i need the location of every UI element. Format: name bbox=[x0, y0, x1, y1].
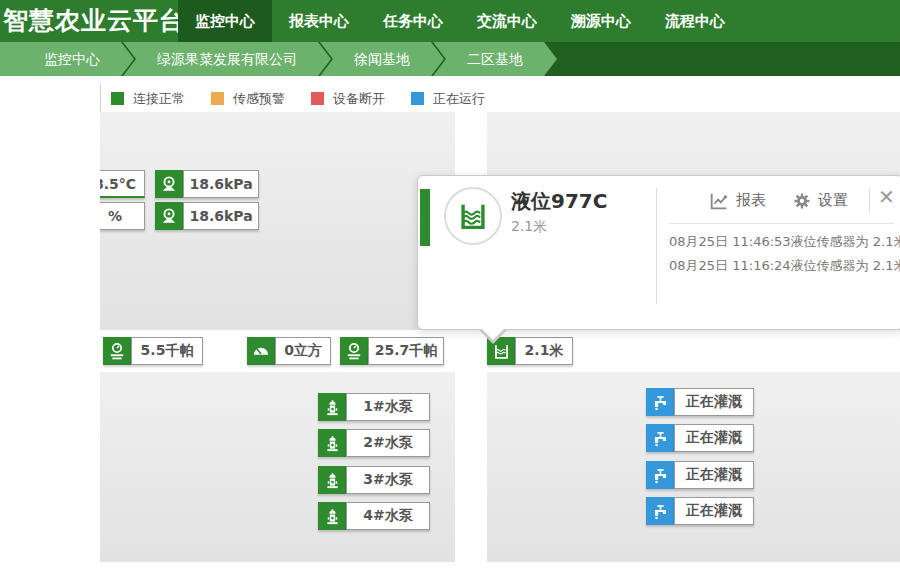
humidity-value: % bbox=[100, 202, 145, 230]
gear-icon[interactable] bbox=[792, 191, 812, 211]
faucet-icon bbox=[646, 424, 674, 452]
app-logo: 智慧农业云平台 bbox=[3, 0, 185, 42]
water-level-value: 2.1米 bbox=[515, 337, 573, 365]
popup-device-value: 2.1米 bbox=[511, 218, 547, 236]
sensor-detail-popup: 液位977C 2.1米 报表 设置 ✕ 08月25日 11:46:53液位传感器… bbox=[417, 175, 900, 330]
pipe-pressure-value-2: 25.7千帕 bbox=[368, 337, 444, 365]
pump-label: 1#水泵 bbox=[346, 393, 430, 421]
nav-item-monitor-center[interactable]: 监控中心 bbox=[178, 0, 272, 42]
legend-running: 正在运行 bbox=[411, 90, 485, 108]
irrigation-label: 正在灌溉 bbox=[674, 424, 754, 452]
faucet-icon bbox=[646, 497, 674, 525]
legend-disconnected-swatch bbox=[311, 92, 324, 105]
faucet-icon bbox=[646, 388, 674, 416]
faucet-icon bbox=[646, 461, 674, 489]
breadcrumb-monitor-center[interactable]: 监控中心 bbox=[0, 42, 134, 76]
close-icon[interactable]: ✕ bbox=[878, 185, 895, 209]
smart-agriculture-dashboard: 智慧农业云平台 监控中心 报表中心 任务中心 交流中心 溯源中心 流程中心 监控… bbox=[0, 0, 900, 569]
nav-item-task-center[interactable]: 任务中心 bbox=[366, 0, 460, 42]
pump-button-3[interactable]: 3#水泵 bbox=[318, 466, 430, 494]
greenhouse-panel-top-left: 8.5°C % 18.6kPa 18.6kPa bbox=[100, 112, 455, 330]
gauge-icon bbox=[340, 337, 368, 365]
pump-icon bbox=[318, 502, 346, 530]
pump-icon bbox=[318, 393, 346, 421]
sensor-log-line: 08月25日 11:46:53液位传感器为 2.1米 bbox=[669, 233, 900, 251]
pump-icon bbox=[318, 429, 346, 457]
pump-button-1[interactable]: 1#水泵 bbox=[318, 393, 430, 421]
popup-rule bbox=[669, 223, 894, 224]
sensor-icon bbox=[155, 202, 183, 230]
irrigation-label: 正在灌溉 bbox=[674, 497, 754, 525]
flow-meter-value: 0立方 bbox=[275, 337, 331, 365]
status-legend: 连接正常 传感预警 设备断开 正在运行 bbox=[100, 85, 890, 112]
popup-divider bbox=[656, 188, 657, 304]
nav-item-traceability-center[interactable]: 溯源中心 bbox=[554, 0, 648, 42]
irrigation-status-button-2[interactable]: 正在灌溉 bbox=[646, 424, 754, 452]
breadcrumb-company[interactable]: 绿源果菜发展有限公司 bbox=[123, 42, 331, 76]
legend-disconnected-label: 设备断开 bbox=[333, 90, 385, 108]
breadcrumb-base[interactable]: 徐闻基地 bbox=[320, 42, 444, 76]
pump-label: 2#水泵 bbox=[346, 429, 430, 457]
nav-item-communication-center[interactable]: 交流中心 bbox=[460, 0, 554, 42]
gauge-icon bbox=[103, 337, 131, 365]
pipe-pressure-badge-1[interactable]: 5.5千帕 bbox=[103, 337, 203, 365]
top-nav-bar: 智慧农业云平台 监控中心 报表中心 任务中心 交流中心 溯源中心 流程中心 bbox=[0, 0, 900, 42]
pump-icon bbox=[318, 466, 346, 494]
main-nav: 监控中心 报表中心 任务中心 交流中心 溯源中心 流程中心 bbox=[178, 0, 742, 42]
settings-button[interactable]: 设置 bbox=[818, 191, 848, 210]
temperature-value: 8.5°C bbox=[100, 170, 145, 198]
legend-connected-swatch bbox=[111, 92, 124, 105]
pump-label: 4#水泵 bbox=[346, 502, 430, 530]
legend-sensor-warning: 传感预警 bbox=[211, 90, 285, 108]
irrigation-status-button-1[interactable]: 正在灌溉 bbox=[646, 388, 754, 416]
popup-accent-bar bbox=[420, 189, 430, 246]
flow-meter-badge[interactable]: 0立方 bbox=[247, 337, 331, 365]
legend-running-swatch bbox=[411, 92, 424, 105]
greenhouse-panel-bottom-left: 1#水泵 2#水泵 3#水泵 4#水泵 bbox=[100, 372, 455, 562]
popup-device-title: 液位977C bbox=[511, 188, 607, 215]
irrigation-label: 正在灌溉 bbox=[674, 388, 754, 416]
nav-item-process-center[interactable]: 流程中心 bbox=[648, 0, 742, 42]
irrigation-status-button-3[interactable]: 正在灌溉 bbox=[646, 461, 754, 489]
flow-meter-icon bbox=[247, 337, 275, 365]
pump-button-2[interactable]: 2#水泵 bbox=[318, 429, 430, 457]
breadcrumb-zone[interactable]: 二区基地 bbox=[433, 42, 557, 76]
popup-divider-2 bbox=[869, 189, 870, 213]
humidity-sensor-badge[interactable]: % bbox=[100, 202, 145, 230]
sensor-log-line: 08月25日 11:16:24液位传感器为 2.1米 bbox=[669, 257, 900, 275]
greenhouse-panel-bottom-right: 正在灌溉 正在灌溉 正在灌溉 正在灌溉 bbox=[487, 372, 900, 562]
legend-sensor-warning-label: 传感预警 bbox=[233, 90, 285, 108]
report-button[interactable]: 报表 bbox=[736, 191, 766, 210]
water-level-device-icon bbox=[444, 187, 502, 245]
pump-button-4[interactable]: 4#水泵 bbox=[318, 502, 430, 530]
pressure-sensor-badge-2[interactable]: 18.6kPa bbox=[155, 202, 259, 230]
irrigation-status-button-4[interactable]: 正在灌溉 bbox=[646, 497, 754, 525]
sensor-icon bbox=[155, 170, 183, 198]
report-chart-icon[interactable] bbox=[708, 190, 730, 212]
pressure-sensor-badge-1[interactable]: 18.6kPa bbox=[155, 170, 259, 198]
legend-connected: 连接正常 bbox=[111, 90, 185, 108]
pressure-value-2: 18.6kPa bbox=[183, 202, 259, 230]
legend-sensor-warning-swatch bbox=[211, 92, 224, 105]
nav-item-report-center[interactable]: 报表中心 bbox=[272, 0, 366, 42]
legend-disconnected: 设备断开 bbox=[311, 90, 385, 108]
breadcrumb-bar: 监控中心 绿源果菜发展有限公司 徐闻基地 二区基地 bbox=[0, 42, 900, 76]
temperature-sensor-badge[interactable]: 8.5°C bbox=[100, 170, 145, 198]
breadcrumb: 监控中心 绿源果菜发展有限公司 徐闻基地 二区基地 bbox=[0, 42, 900, 76]
pump-label: 3#水泵 bbox=[346, 466, 430, 494]
legend-running-label: 正在运行 bbox=[433, 90, 485, 108]
popup-pointer-tail-fill bbox=[481, 328, 505, 340]
legend-connected-label: 连接正常 bbox=[133, 90, 185, 108]
pressure-value-1: 18.6kPa bbox=[183, 170, 259, 198]
pipe-pressure-badge-2[interactable]: 25.7千帕 bbox=[340, 337, 444, 365]
pipe-pressure-value-1: 5.5千帕 bbox=[131, 337, 203, 365]
irrigation-label: 正在灌溉 bbox=[674, 461, 754, 489]
